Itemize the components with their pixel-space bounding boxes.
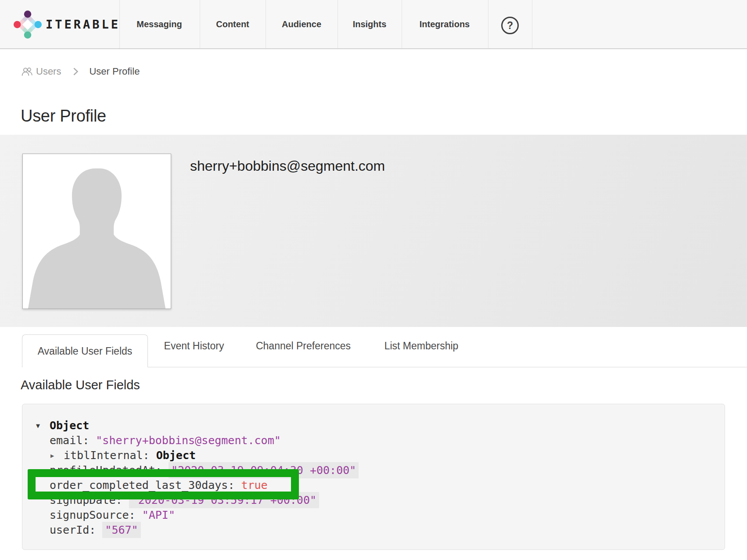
nav-divider xyxy=(200,0,200,48)
json-field-row: signupSource:"API" xyxy=(22,508,725,523)
json-value: "567" xyxy=(102,522,140,538)
json-value: true xyxy=(241,479,267,492)
triangle-right-icon[interactable]: ▶ xyxy=(50,448,54,463)
tab-channel-preferences[interactable]: Channel Preferences xyxy=(256,340,351,352)
tab-available-user-fields[interactable]: Available User Fields xyxy=(22,334,148,367)
nav-item-content[interactable]: Content xyxy=(216,0,249,48)
help-circle-icon[interactable]: ? xyxy=(501,17,519,34)
json-value: "API" xyxy=(142,509,175,521)
json-field-row: ▶ itblInternal:Object xyxy=(22,448,725,463)
nav-item-insights[interactable]: Insights xyxy=(353,0,387,48)
brand-wordmark[interactable]: ITERABLE xyxy=(46,0,120,48)
user-fields-json-panel: ▼ Object email:"sherry+bobbins@segment.c… xyxy=(22,404,725,550)
json-key: itblInternal: xyxy=(64,449,150,462)
user-profile-page: ITERABLE Messaging Content Audience Insi… xyxy=(0,0,747,560)
tab-event-history[interactable]: Event History xyxy=(164,340,224,352)
breadcrumb-current: User Profile xyxy=(89,66,140,77)
json-field-row: email:"sherry+bobbins@segment.com" xyxy=(22,433,725,448)
profile-header-band: sherry+bobbins@segment.com xyxy=(0,135,747,327)
json-key: signupDate: xyxy=(50,494,122,506)
person-silhouette-icon xyxy=(23,154,171,309)
nav-divider xyxy=(532,0,532,48)
json-field-row-order-completed: order_completed_last_30days:true xyxy=(22,478,725,493)
json-field-row: signupDate:"2020-03-19 03:59:17 +00:00" xyxy=(22,493,725,508)
breadcrumb: Users User Profile xyxy=(21,65,140,78)
nav-divider xyxy=(266,0,266,48)
nav-item-integrations[interactable]: Integrations xyxy=(420,0,470,48)
json-root-row: ▼ Object xyxy=(22,418,725,433)
json-root-label: Object xyxy=(50,419,89,432)
top-navbar: ITERABLE Messaging Content Audience Insi… xyxy=(0,0,747,49)
json-value: "2020-03-19 03:59:17 +00:00" xyxy=(129,492,319,508)
nav-divider xyxy=(488,0,488,48)
triangle-down-icon[interactable]: ▼ xyxy=(36,418,40,433)
nav-divider xyxy=(402,0,402,48)
json-key: order_completed_last_30days: xyxy=(50,479,234,492)
iterable-logo-icon[interactable] xyxy=(13,10,42,39)
nav-divider xyxy=(119,0,120,48)
json-value: "sherry+bobbins@segment.com" xyxy=(96,434,280,447)
profile-email: sherry+bobbins@segment.com xyxy=(190,158,385,174)
json-value: Object xyxy=(156,449,196,462)
json-key: userId: xyxy=(50,524,96,536)
nav-divider xyxy=(338,0,338,48)
nav-item-messaging[interactable]: Messaging xyxy=(136,0,182,48)
json-key: signupSource: xyxy=(50,509,136,521)
json-field-row: profileUpdatedAt:"2020-03-19 09:04:30 +0… xyxy=(22,463,725,478)
page-title: User Profile xyxy=(21,107,106,126)
json-key: profileUpdatedAt: xyxy=(50,464,162,477)
nav-item-audience[interactable]: Audience xyxy=(282,0,321,48)
json-field-row: userId:"567" xyxy=(22,523,725,538)
breadcrumb-users-link[interactable]: Users xyxy=(36,66,61,77)
users-icon xyxy=(21,66,33,77)
section-heading: Available User Fields xyxy=(21,378,140,392)
chevron-right-icon xyxy=(73,68,79,75)
json-key: email: xyxy=(50,434,89,447)
tab-list-membership[interactable]: List Membership xyxy=(384,340,459,352)
avatar xyxy=(22,154,171,309)
json-value: "2020-03-19 09:04:30 +00:00" xyxy=(169,462,359,478)
